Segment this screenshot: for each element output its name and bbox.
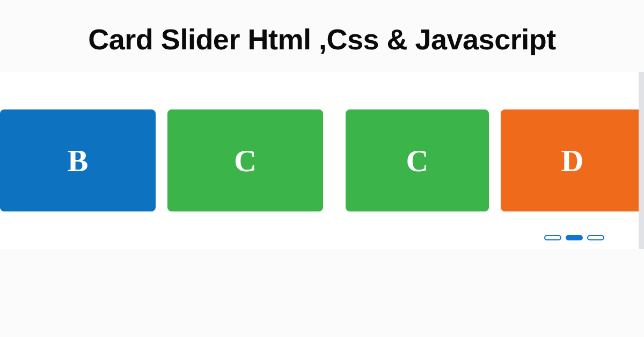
card-row-left: B C [0,109,324,211]
card-row-right: C D [346,109,644,211]
scrollbar-track[interactable] [639,72,644,249]
card-label: B [68,143,89,179]
pagination-dot-active[interactable] [566,235,583,240]
slider-stage: B C C D [0,72,644,249]
card-label: D [561,143,584,179]
pagination-dot[interactable] [544,235,561,240]
slider-card[interactable]: C [167,109,323,211]
card-label: C [234,143,257,179]
pagination [544,235,604,240]
slider-left[interactable]: B C [0,72,324,249]
page-title: Card Slider Html ,Css & Javascript [0,23,644,56]
slider-card[interactable]: B [0,109,156,211]
slider-card[interactable]: D [501,109,644,211]
slider-right[interactable]: C D [324,72,644,249]
card-label: C [406,143,429,179]
pagination-dot[interactable] [587,235,604,240]
slider-card[interactable]: C [346,109,489,211]
